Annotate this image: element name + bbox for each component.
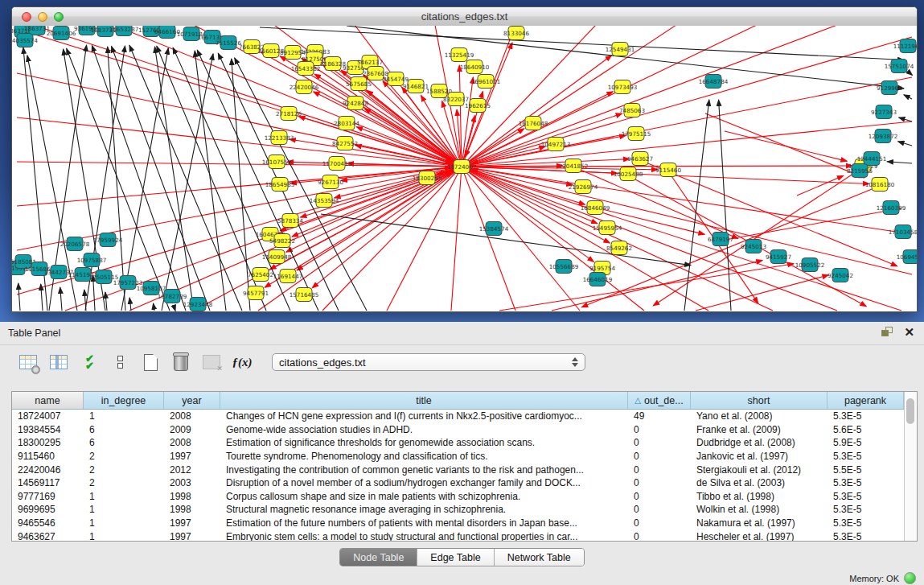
graph-node[interactable]: 21926974	[569, 180, 598, 194]
row-height-button[interactable]	[109, 352, 130, 373]
column-header-in_degree[interactable]: in_degree	[84, 392, 164, 409]
tab-network-table[interactable]: Network Table	[495, 549, 584, 566]
graph-node[interactable]: 10556689	[549, 260, 579, 274]
graph-node[interactable]: 11325419	[445, 48, 474, 62]
graph-node[interactable]: 12213383	[265, 131, 294, 145]
graph-node[interactable]: 9227343	[871, 105, 897, 119]
select-columns-button[interactable]	[48, 352, 69, 373]
table-cell: 9699695	[12, 504, 84, 515]
table-settings-button[interactable]	[18, 352, 39, 373]
table-cell: Disruption of a novel member of a sodium…	[220, 477, 628, 488]
table-row[interactable]: 1456911722003Disruption of a novel membe…	[12, 476, 904, 490]
table-row[interactable]: 969969511998Structural magnetic resonanc…	[12, 503, 904, 517]
column-header-short[interactable]: short	[691, 392, 827, 409]
column-header-out_de[interactable]: △out_de...	[628, 392, 691, 409]
table-cell: 0	[628, 424, 691, 435]
network-window[interactable]: citations_edges.txt 86371041863731403557…	[11, 6, 918, 312]
tab-node-table[interactable]: Node Table	[340, 549, 417, 566]
table-row[interactable]: 911546021997Tourette syndrome. Phenomeno…	[12, 450, 904, 463]
graph-node[interactable]: 8549262	[606, 241, 632, 255]
graph-node[interactable]: 16846049	[581, 201, 610, 215]
graph-node[interactable]: 9245042	[827, 269, 853, 282]
table-row[interactable]: 2242004622012Investigating the contribut…	[12, 463, 904, 476]
svg-text:10694547: 10694547	[897, 253, 917, 261]
graph-node[interactable]: 15384574	[479, 222, 509, 236]
graph-node[interactable]: 10816180	[865, 178, 895, 192]
table-cell: 1	[84, 491, 164, 502]
table-row[interactable]: 1830029562008Estimation of significance …	[12, 436, 904, 450]
graph-edge	[129, 298, 131, 311]
graph-node[interactable]: 18654985	[265, 178, 295, 192]
svg-text:9245013: 9245013	[741, 243, 766, 250]
graph-node[interactable]: 11700418	[322, 157, 352, 171]
graph-edge	[154, 303, 154, 311]
graph-edge	[899, 117, 912, 122]
dropdown-arrows-icon	[572, 357, 578, 367]
close-panel-icon[interactable]: ✕	[904, 327, 914, 337]
graph-node[interactable]: 12160399	[877, 201, 906, 215]
graph-node[interactable]: 9129966	[877, 81, 902, 95]
function-builder-button[interactable]: ƒ(x)	[232, 352, 253, 373]
svg-text:17959924: 17959924	[93, 237, 123, 244]
column-header-year[interactable]: year	[164, 392, 220, 409]
table-row[interactable]: 977716911998Corpus callosum shape and si…	[12, 490, 904, 504]
table-cell: 1	[84, 531, 164, 541]
table-scrollbar-thumb[interactable]	[906, 398, 914, 424]
graph-node[interactable]: 15751074	[885, 60, 914, 73]
svg-text:8549262: 8549262	[606, 245, 632, 252]
graph-node[interactable]: 9415927	[766, 250, 791, 264]
graph-node[interactable]: 15495954	[593, 221, 622, 235]
table-tabbar: Node TableEdge TableNetwork Table	[0, 548, 924, 566]
graph-node[interactable]: 2718126	[276, 107, 302, 121]
graph-node[interactable]: 11691447	[273, 270, 303, 283]
graph-node[interactable]: 15716485	[290, 288, 319, 302]
table-row[interactable]: 1872400712008Changes of HCN gene express…	[12, 410, 904, 423]
svg-text:11691447: 11691447	[273, 273, 303, 280]
graph-node[interactable]: 8427552	[332, 137, 358, 150]
graph-node[interactable]: 20206578	[60, 237, 90, 251]
table-cell: Jankovic et al. (1997)	[691, 451, 827, 462]
table-cell: Genome-wide association studies in ADHD.	[220, 424, 628, 435]
table-scrollbar[interactable]	[904, 392, 917, 541]
float-panel-icon[interactable]	[881, 327, 893, 337]
graph-node[interactable]: 12093872	[869, 130, 898, 143]
table-header-row: namein_degreeyeartitle△out_de...shortpag…	[12, 392, 904, 410]
table-cell: 22420046	[12, 464, 84, 476]
column-header-name[interactable]: name	[12, 392, 84, 409]
svg-text:18300295: 18300295	[413, 175, 442, 182]
graph-node[interactable]: 16176048	[519, 117, 548, 130]
svg-text:7485063: 7485063	[619, 107, 645, 114]
graph-node[interactable]: 10975887	[77, 253, 107, 267]
graph-node[interactable]: 9463627	[627, 152, 653, 166]
table-row[interactable]: 946362711997Embryonic stem cells: a mode…	[12, 529, 904, 541]
graph-node[interactable]: 12923448	[183, 298, 213, 311]
graph-node[interactable]: 8133046	[503, 27, 529, 40]
select-all-columns-button[interactable]: ✔✔	[79, 352, 100, 373]
column-header-title[interactable]: title	[220, 392, 628, 409]
graph-node[interactable]: 17103458	[889, 225, 917, 239]
graph-node[interactable]: 18640910	[460, 60, 490, 74]
column-header-pagerank[interactable]: pagerank	[827, 392, 904, 409]
graph-node[interactable]: 12549431	[606, 43, 635, 56]
graph-node[interactable]: 10694547	[897, 250, 917, 264]
new-table-button[interactable]	[140, 352, 161, 373]
svg-text:20206578: 20206578	[60, 241, 90, 248]
graph-node[interactable]: 16648784	[699, 75, 729, 89]
table-cell: 0	[628, 464, 691, 476]
table-row[interactable]: 1938455462009Genome-wide association stu…	[12, 423, 904, 437]
svg-text:11409948: 11409948	[262, 253, 292, 261]
window-titlebar[interactable]: citations_edges.txt	[12, 7, 917, 27]
tab-edge-table[interactable]: Edge Table	[417, 549, 494, 566]
table-cell: 0	[628, 531, 691, 541]
graph-node[interactable]: 9457791	[243, 286, 269, 300]
table-cell: 2	[84, 477, 164, 488]
delete-table-button[interactable]	[170, 352, 191, 373]
graph-edge	[499, 264, 794, 311]
table-select-dropdown[interactable]: citations_edges.txt	[272, 353, 585, 371]
graph-node[interactable]: 14353594	[310, 194, 339, 208]
graph-node[interactable]: 9245013	[741, 240, 766, 253]
graph-node[interactable]: 17975115	[622, 127, 651, 141]
network-graph-svg[interactable]: 8637104186373140355742069140693619091883…	[12, 26, 917, 311]
table-row[interactable]: 946554611997Estimation of the future num…	[12, 517, 904, 530]
network-canvas[interactable]: 8637104186373140355742069140693619091883…	[12, 26, 917, 311]
